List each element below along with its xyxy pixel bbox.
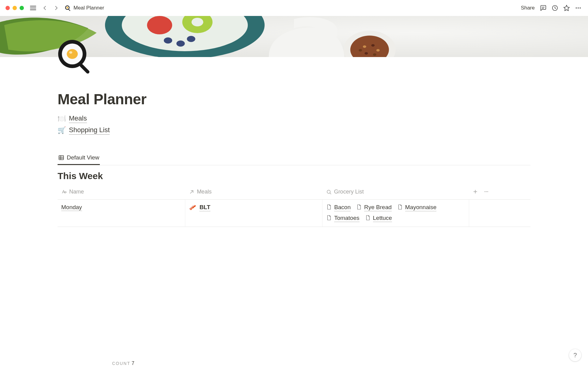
- svg-point-48: [486, 191, 487, 192]
- page-cover[interactable]: [0, 16, 588, 57]
- page-title[interactable]: Meal Planner: [58, 91, 530, 108]
- title-property-icon: [61, 189, 67, 195]
- column-header-meals[interactable]: Meals: [185, 186, 322, 199]
- grocery-item[interactable]: Tomatoes: [326, 215, 359, 222]
- page-icon: [356, 204, 362, 212]
- page-content: Meal Planner 🍽️ Meals 🛒 Shopping List De…: [0, 57, 588, 368]
- database-table: Name Meals Grocery List: [58, 186, 530, 227]
- add-column-button[interactable]: [473, 189, 478, 196]
- count-aggregate[interactable]: COUNT7: [58, 358, 530, 368]
- linked-page-label[interactable]: Shopping List: [69, 126, 110, 135]
- svg-point-5: [66, 7, 68, 9]
- svg-point-25: [363, 45, 366, 48]
- cell-empty: [469, 199, 530, 227]
- grocery-item[interactable]: Lettuce: [365, 215, 392, 222]
- grocery-item-label: Mayonnaise: [405, 204, 436, 211]
- more-icon[interactable]: [574, 4, 582, 12]
- relation-property-icon: [189, 189, 194, 195]
- column-header-actions: [469, 186, 530, 199]
- meal-link[interactable]: BLT: [199, 204, 210, 211]
- grocery-item[interactable]: Bacon: [326, 204, 351, 212]
- table-row[interactable]: Monday 🥓 BLT BaconRye BreadMayonnaiseTom…: [58, 199, 530, 227]
- cart-icon: 🛒: [58, 127, 66, 134]
- svg-point-19: [191, 18, 203, 26]
- svg-point-13: [580, 7, 581, 9]
- svg-point-34: [69, 51, 72, 54]
- svg-point-26: [371, 44, 375, 47]
- cell-meals[interactable]: 🥓 BLT: [185, 199, 322, 227]
- grocery-item-label: Bacon: [334, 204, 351, 211]
- help-button[interactable]: ?: [569, 349, 581, 361]
- grocery-item-label: Rye Bread: [364, 204, 392, 211]
- page-icon: [397, 204, 403, 212]
- cell-grocery[interactable]: BaconRye BreadMayonnaiseTomatoesLettuce: [322, 199, 469, 227]
- svg-point-11: [576, 7, 577, 9]
- plate-icon: 🍽️: [58, 115, 66, 122]
- sidebar-toggle-icon[interactable]: [29, 4, 37, 12]
- page-icon: [365, 215, 371, 222]
- linked-page-label[interactable]: Meals: [69, 114, 87, 123]
- updates-icon[interactable]: [551, 4, 559, 12]
- grocery-item[interactable]: Mayonnaise: [397, 204, 436, 212]
- column-header-grocery[interactable]: Grocery List: [322, 186, 469, 199]
- view-tab-label: Default View: [67, 154, 99, 161]
- page-icon-small: [64, 5, 71, 11]
- svg-point-12: [578, 7, 579, 9]
- svg-point-47: [484, 191, 485, 192]
- svg-point-17: [147, 16, 172, 34]
- svg-point-22: [187, 36, 195, 42]
- favorite-icon[interactable]: [562, 4, 571, 12]
- nav-forward-icon[interactable]: [52, 4, 61, 12]
- svg-rect-36: [59, 156, 64, 160]
- svg-point-20: [164, 37, 172, 44]
- minimize-window-button[interactable]: [13, 6, 17, 10]
- linked-page-meals[interactable]: 🍽️ Meals: [58, 114, 530, 123]
- page-icon: [326, 215, 332, 222]
- svg-line-44: [330, 193, 331, 194]
- svg-line-42: [190, 190, 193, 193]
- grocery-item-label: Lettuce: [373, 215, 392, 222]
- svg-point-21: [176, 40, 185, 47]
- rollup-property-icon: [326, 189, 332, 195]
- view-tab-default[interactable]: Default View: [58, 152, 100, 165]
- svg-point-27: [376, 49, 380, 52]
- grocery-item[interactable]: Rye Bread: [356, 204, 392, 212]
- table-more-button[interactable]: [484, 189, 489, 196]
- svg-point-49: [487, 191, 488, 192]
- window-controls: [6, 6, 24, 10]
- bacon-icon: 🥓: [189, 204, 196, 211]
- share-button[interactable]: Share: [521, 5, 535, 11]
- linked-page-shopping-list[interactable]: 🛒 Shopping List: [58, 126, 530, 135]
- comments-icon[interactable]: [539, 4, 548, 12]
- page-icon: [326, 204, 332, 212]
- maximize-window-button[interactable]: [20, 6, 24, 10]
- nav-back-icon[interactable]: [40, 4, 49, 12]
- table-icon: [58, 155, 64, 161]
- close-window-button[interactable]: [6, 6, 10, 10]
- breadcrumb[interactable]: Meal Planner: [64, 5, 104, 11]
- column-header-name[interactable]: Name: [58, 186, 185, 199]
- database-title[interactable]: This Week: [58, 171, 530, 181]
- svg-point-29: [359, 49, 362, 52]
- svg-rect-6: [68, 9, 70, 11]
- titlebar: Meal Planner Share: [0, 0, 588, 16]
- svg-marker-10: [564, 5, 569, 11]
- svg-point-28: [364, 52, 368, 55]
- cell-name[interactable]: Monday: [58, 199, 185, 227]
- grocery-item-label: Tomatoes: [334, 215, 359, 222]
- breadcrumb-title: Meal Planner: [74, 5, 104, 11]
- svg-point-30: [373, 53, 376, 56]
